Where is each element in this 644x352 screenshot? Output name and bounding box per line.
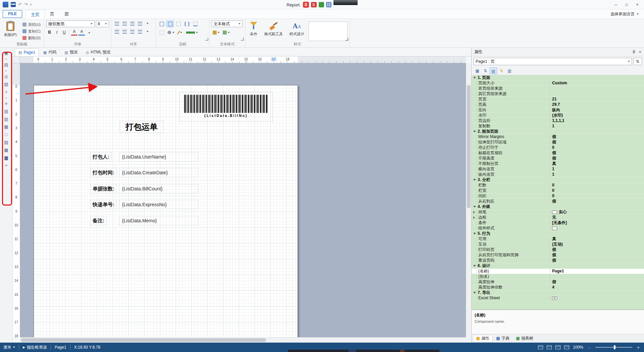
property-row-页面大小[interactable]: 页面大小Custom [472,81,644,86]
property-row-拉伸至打印区域[interactable]: 拉伸至打印区域假 [472,140,644,145]
property-row-条件[interactable]: 条件[无条件] [472,220,644,226]
panel-tab-属性[interactable]: 属性 [473,335,493,342]
rich-text-tool-icon[interactable]: ▤ [3,108,10,115]
property-row-从右到左[interactable]: 从右到左假 [472,199,644,204]
field-label[interactable]: 单据张数: [90,184,117,193]
style-designer-button[interactable]: AA 样式设计 [287,20,307,42]
font-more-button[interactable] [86,29,92,36]
magnifier-tool-icon[interactable]: ◎ [3,73,10,80]
design-canvas[interactable]: {ListData.BillNo} 打包运单 打包人:{ListData.Use… [20,63,466,337]
property-section-header[interactable]: 7. 导出 [472,290,644,296]
style-dialog-launcher-icon[interactable] [345,38,348,41]
property-section-header[interactable]: 2. 附加页面 [472,129,644,134]
property-row-其它页纸张来源[interactable]: 其它页纸张来源 [472,91,644,97]
highlight-color-button[interactable]: A [78,29,85,36]
single-page-view-icon[interactable] [538,345,543,349]
align-menu-button[interactable] [144,20,151,27]
format-painter-button[interactable]: 格式刷工具 [262,20,285,42]
continuous-view-icon[interactable] [547,345,552,349]
border-dialog-launcher-icon[interactable] [205,38,208,41]
valign-menu-button[interactable] [144,29,151,35]
zoom-out-button[interactable]: - [587,345,592,350]
zoom-slider-thumb[interactable] [614,345,615,349]
property-row-复制数[interactable]: 复制数1 [472,124,644,129]
field-label[interactable]: 备注: [90,216,107,225]
shape-tool-icon[interactable]: □ [3,131,10,138]
ribbon-tab-主页[interactable]: 主页 [25,10,45,19]
percent-format-button[interactable] [222,29,231,36]
border-all-button[interactable] [158,20,165,27]
property-row-从前页打印页眉和页脚[interactable]: 从前页打印页眉和页脚假 [472,253,644,258]
sort-button[interactable]: ⇅ [633,58,642,65]
property-section-header[interactable]: 4. 外观 [472,204,644,210]
expander-icon[interactable]: ▸ [3,57,10,60]
property-row-不限高度[interactable]: 不限高度假 [472,156,644,161]
border-bottom-button[interactable] [192,20,199,27]
valign-top-button[interactable] [113,29,120,35]
panel-close-icon[interactable]: × [639,49,641,54]
property-row-高度拉伸[interactable]: 高度拉伸假 [472,279,644,285]
field-label[interactable]: 快递单号: [90,200,117,209]
property-section-header[interactable]: 5. 行为 [472,231,644,236]
expander-icon[interactable]: ▸ [3,96,10,99]
conditions-button[interactable]: 条件 [247,20,260,42]
line-style-combo[interactable] [185,29,199,36]
cut-button[interactable]: 剪切(U) [21,21,42,28]
alphabetical-view-button[interactable]: ⇅ [482,68,489,74]
image-tool-icon[interactable]: ▥ [3,116,10,123]
undo-icon[interactable]: ↶ [18,2,22,7]
italic-button[interactable]: I [54,29,60,36]
horizontal-scrollbar[interactable] [20,337,466,343]
cross-band-tool-icon[interactable]: ▤ [3,61,10,68]
redo-icon[interactable]: ↷ [24,2,28,7]
picture-tool-icon[interactable]: ▧ [3,81,10,88]
border-clear-button[interactable] [158,29,165,36]
fill-color-button[interactable] [166,29,175,36]
horizontal-scrollbar-thumb[interactable] [21,338,266,342]
border-none-button[interactable] [175,20,182,27]
language-badge[interactable]: 英 [311,2,317,7]
text-format-combo[interactable]: 文本格式 [212,20,243,27]
field-expression[interactable]: {ListData.UserName} [119,152,198,162]
property-section-header[interactable]: 6. 设计 [472,263,644,269]
categorized-view-button[interactable]: ▦ [474,68,481,74]
property-row-定向[interactable]: 定向纵向 [472,107,644,113]
align-justify-button[interactable] [137,20,143,27]
maximize-button[interactable]: □ [621,0,632,9]
table-tool-icon[interactable]: ▩ [3,147,10,153]
chart-tool-icon[interactable]: ▆ [3,155,10,161]
border-leftright-button[interactable] [183,20,191,27]
report-page[interactable]: {ListData.BillNo} 打包运单 打包人:{ListData.Use… [34,85,298,337]
border-outside-button[interactable] [166,20,174,27]
bold-button[interactable]: B [46,29,53,36]
grid-icon[interactable] [326,2,331,7]
valign-middle-button[interactable] [121,29,128,35]
textformat-dialog-launcher-icon[interactable] [241,38,244,41]
property-row-Mirror Margins[interactable]: Mirror Margins假 [472,134,644,140]
property-row-(别名)[interactable]: (别名) [472,274,644,279]
property-row-打印前页[interactable]: 打印前页假 [472,247,644,253]
events-view-button[interactable]: ↯ [498,68,505,74]
barcode-tool-icon[interactable]: ▦ [3,124,10,130]
property-row-Excel Sheet[interactable]: Excel Sheetfx [472,296,644,301]
currency-format-button[interactable] [212,29,221,36]
field-expression[interactable]: {ListData.CreateDate} [119,168,198,177]
report-checker-button[interactable]: ▶ 报告检查器 [23,345,47,350]
property-row-可用[interactable]: 可用真 [472,236,644,242]
property-row-栏数[interactable]: 栏数0 [472,183,644,188]
field-label[interactable]: 打包时间: [90,168,117,177]
copy-button[interactable]: 复制(C) [21,28,42,34]
pen-color-button[interactable] [176,29,184,36]
document-tab-代码[interactable]: ▦代码 [40,48,60,56]
property-row-标题在页眉前[interactable]: 标题在页眉前假 [472,150,644,156]
font-size-combo[interactable]: 8 [96,20,109,27]
properties-view-button[interactable]: ▤ [490,68,497,74]
field-expression[interactable]: {ListData.Memo} [119,216,198,225]
property-row-不限制分页[interactable]: 不限制分页真 [472,161,644,167]
pin-icon[interactable] [632,50,636,54]
style-gallery[interactable] [309,21,347,41]
move-tool-icon[interactable]: + [3,89,10,95]
vertical-scrollbar-thumb[interactable] [467,85,471,208]
property-row-高度拉伸倍数[interactable]: 高度拉伸倍数4 [472,285,644,290]
property-row-间距[interactable]: 间距0 [472,193,644,199]
